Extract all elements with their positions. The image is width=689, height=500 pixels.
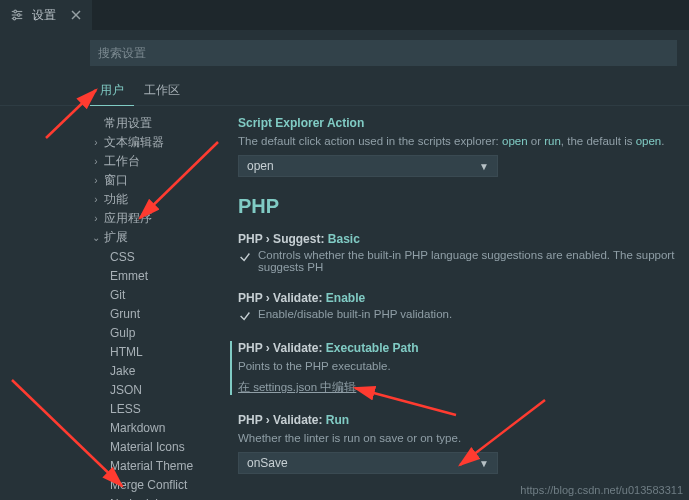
chevron-right-icon: › xyxy=(90,194,102,205)
settings-content: Script Explorer Action The default click… xyxy=(230,106,689,500)
tree-window[interactable]: ›窗口 xyxy=(90,171,230,190)
setting-description: The default click action used in the scr… xyxy=(238,133,689,149)
svg-point-4 xyxy=(17,14,20,17)
tree-ext-node-debug[interactable]: Node debug xyxy=(110,494,230,500)
setting-title-prefix: PHP › Validate: xyxy=(238,413,326,427)
setting-title-text: Script Explorer Action xyxy=(238,116,364,130)
php-validate-run-select[interactable]: onSave ▼ xyxy=(238,452,498,474)
tree-ext-less[interactable]: LESS xyxy=(110,399,230,418)
checkmark-icon xyxy=(238,250,252,264)
tree-ext-html[interactable]: HTML xyxy=(110,342,230,361)
close-icon[interactable] xyxy=(70,9,82,21)
chevron-right-icon: › xyxy=(90,175,102,186)
setting-description: Controls whether the built-in PHP langua… xyxy=(258,249,689,273)
search-row xyxy=(0,30,689,76)
scope-tab-workspace[interactable]: 工作区 xyxy=(134,76,190,105)
chevron-right-icon: › xyxy=(90,156,102,167)
chevron-right-icon: › xyxy=(90,213,102,224)
desc-code: run xyxy=(544,135,561,147)
tree-ext-jake[interactable]: Jake xyxy=(110,361,230,380)
tree-label: 应用程序 xyxy=(104,210,152,227)
desc-text: . xyxy=(661,135,664,147)
setting-php-suggest-basic: PHP › Suggest: Basic Controls whether th… xyxy=(230,232,689,273)
desc-text: The default click action used in the scr… xyxy=(238,135,502,147)
tree-label: 窗口 xyxy=(104,172,128,189)
section-header-php: PHP xyxy=(238,195,689,218)
setting-title-prefix: PHP › Validate: xyxy=(238,291,326,305)
tree-label: 常用设置 xyxy=(104,115,152,132)
setting-description: Enable/disable built-in PHP validation. xyxy=(258,308,452,320)
svg-point-3 xyxy=(14,10,17,13)
tree-workbench[interactable]: ›工作台 xyxy=(90,152,230,171)
setting-title-prefix: PHP › Suggest: xyxy=(238,232,328,246)
tree-ext-emmet[interactable]: Emmet xyxy=(110,266,230,285)
scope-tabs: 用户 工作区 xyxy=(0,76,689,106)
desc-text: or xyxy=(528,135,545,147)
tree-ext-git[interactable]: Git xyxy=(110,285,230,304)
watermark-text: https://blog.csdn.net/u013583311 xyxy=(520,484,683,496)
setting-php-validate-run: PHP › Validate: Run Whether the linter i… xyxy=(230,413,689,474)
tree-extensions[interactable]: ⌄扩展 xyxy=(90,228,230,247)
svg-point-5 xyxy=(13,17,16,20)
tree-extensions-children: CSS Emmet Git Grunt Gulp HTML Jake JSON … xyxy=(90,247,230,500)
setting-title-prefix: PHP › Validate: xyxy=(238,341,326,355)
setting-php-validate-executable-path: PHP › Validate: Executable Path Points t… xyxy=(230,341,689,395)
tree-features[interactable]: ›功能 xyxy=(90,190,230,209)
tree-text-editor[interactable]: ›文本编辑器 xyxy=(90,133,230,152)
chevron-down-icon: ⌄ xyxy=(90,232,102,243)
setting-checkbox-row[interactable]: Controls whether the built-in PHP langua… xyxy=(238,249,689,273)
tree-common[interactable]: 常用设置 xyxy=(90,114,230,133)
checkmark-icon xyxy=(238,309,252,323)
setting-title-name: Enable xyxy=(326,291,365,305)
setting-php-validate-enable: PHP › Validate: Enable Enable/disable bu… xyxy=(230,291,689,323)
setting-title-name: Basic xyxy=(328,232,360,246)
tree-ext-json[interactable]: JSON xyxy=(110,380,230,399)
settings-tab[interactable]: 设置 xyxy=(0,0,92,30)
settings-tree: 常用设置 ›文本编辑器 ›工作台 ›窗口 ›功能 ›应用程序 ⌄扩展 CSS E… xyxy=(0,106,230,500)
scope-tab-user[interactable]: 用户 xyxy=(90,76,134,106)
desc-code: open xyxy=(502,135,528,147)
chevron-down-icon: ▼ xyxy=(479,458,489,469)
setting-title: PHP › Validate: Executable Path xyxy=(238,341,689,355)
tree-application[interactable]: ›应用程序 xyxy=(90,209,230,228)
desc-text: , the default is xyxy=(561,135,636,147)
setting-description: Whether the linter is run on save or on … xyxy=(238,430,689,446)
tree-label: 工作台 xyxy=(104,153,140,170)
edit-in-settings-json-link[interactable]: 在 settings.json 中编辑 xyxy=(238,380,689,395)
select-value: open xyxy=(247,159,274,173)
tree-ext-markdown[interactable]: Markdown xyxy=(110,418,230,437)
chevron-right-icon: › xyxy=(90,137,102,148)
tree-ext-material-icons[interactable]: Material Icons xyxy=(110,437,230,456)
setting-title-name: Executable Path xyxy=(326,341,419,355)
desc-code: open xyxy=(636,135,662,147)
chevron-down-icon: ▼ xyxy=(479,161,489,172)
tab-bar: 设置 xyxy=(0,0,689,30)
setting-title: Script Explorer Action xyxy=(238,116,689,130)
tree-label: 文本编辑器 xyxy=(104,134,164,151)
tree-ext-grunt[interactable]: Grunt xyxy=(110,304,230,323)
setting-script-explorer-action: Script Explorer Action The default click… xyxy=(230,116,689,177)
tree-label: 扩展 xyxy=(104,229,128,246)
setting-title-name: Run xyxy=(326,413,349,427)
tab-title: 设置 xyxy=(32,7,56,24)
tree-label: 功能 xyxy=(104,191,128,208)
select-value: onSave xyxy=(247,456,288,470)
tree-ext-merge-conflict[interactable]: Merge Conflict xyxy=(110,475,230,494)
search-input[interactable] xyxy=(90,40,677,66)
setting-title: PHP › Suggest: Basic xyxy=(238,232,689,246)
settings-sliders-icon xyxy=(10,8,24,22)
script-explorer-action-select[interactable]: open ▼ xyxy=(238,155,498,177)
tree-ext-gulp[interactable]: Gulp xyxy=(110,323,230,342)
setting-title: PHP › Validate: Run xyxy=(238,413,689,427)
setting-title: PHP › Validate: Enable xyxy=(238,291,689,305)
setting-description: Points to the PHP executable. xyxy=(238,358,689,374)
setting-checkbox-row[interactable]: Enable/disable built-in PHP validation. xyxy=(238,308,689,323)
tree-ext-material-theme[interactable]: Material Theme xyxy=(110,456,230,475)
tree-ext-css[interactable]: CSS xyxy=(110,247,230,266)
main-area: 常用设置 ›文本编辑器 ›工作台 ›窗口 ›功能 ›应用程序 ⌄扩展 CSS E… xyxy=(0,106,689,500)
